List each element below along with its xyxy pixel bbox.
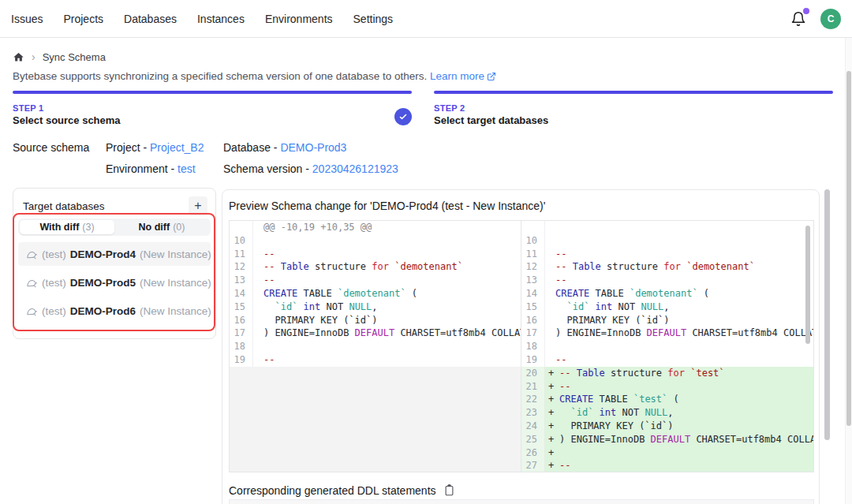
notification-dot [803, 8, 809, 14]
added-line-marker: + [548, 420, 559, 433]
added-line-marker: + [548, 367, 559, 380]
page-scrollbar-track [845, 0, 852, 504]
diff-line: 10 [230, 234, 521, 248]
target-db-item-demo-prod4[interactable]: (test) DEMO-Prod4 (New Instance) [18, 242, 211, 266]
db-name: DEMO-Prod6 [70, 305, 136, 317]
nav-item-issues[interactable]: Issues [11, 13, 43, 25]
db-env: (test) [42, 248, 66, 260]
nav-item-instances[interactable]: Instances [197, 13, 245, 25]
breadcrumb: › Sync Schema [13, 50, 106, 63]
diff-line: 18 [230, 340, 521, 353]
learn-more-link[interactable]: Learn more [430, 70, 484, 82]
diff-line: 19-- [230, 353, 521, 367]
step-1-progress-bar [13, 91, 412, 94]
step-1: STEP 1 Select source schema [13, 91, 412, 126]
diff-line: 18 [521, 340, 813, 353]
diff-line: 17) ENGINE=InnoDB DEFAULT CHARSET=utf8mb… [521, 327, 813, 340]
diff-line: 15 `id` int NOT NULL, [230, 301, 521, 314]
diff-line-added: 21+-- [521, 380, 813, 394]
source-spacer [13, 162, 106, 175]
target-panel-title: Target databases [23, 200, 105, 212]
content-scrollbar-thumb[interactable] [824, 189, 830, 440]
project-label: Project - [106, 141, 147, 154]
intro-text: Bytebase supports synchronizing a specif… [13, 70, 496, 84]
added-line-marker: + [548, 380, 559, 394]
breadcrumb-page-title: Sync Schema [43, 51, 106, 63]
database-label: Database - [223, 141, 277, 154]
schema-version-link[interactable]: 20230426121923 [312, 162, 398, 175]
mysql-icon [26, 248, 38, 260]
tab-no-diff[interactable]: No diff (0) [114, 220, 209, 234]
diff-line-added: 26+ [521, 446, 813, 460]
db-note: (New Instance) [140, 248, 211, 260]
source-schema-summary: Source schema Project - Project_B2 Datab… [13, 141, 398, 175]
nav-item-settings[interactable]: Settings [353, 13, 394, 25]
diff-line: 12-- Table structure for `demotenant` [230, 260, 521, 274]
diff-line: 15 `id` int NOT NULL, [521, 301, 813, 314]
added-line-marker: + [548, 406, 559, 420]
copy-clipboard-icon[interactable] [443, 483, 455, 497]
tab-with-diff-label: With diff [39, 222, 79, 233]
diff-line: 14CREATE TABLE `demotenant` ( [230, 287, 521, 301]
mysql-icon [26, 305, 38, 317]
schema-diff-editor[interactable]: @@ -10,19 +10,35 @@1011--12-- Table stru… [229, 220, 814, 472]
environment-link[interactable]: test [178, 162, 196, 175]
diff-line-added: 20+-- Table structure for `test` [521, 367, 813, 380]
nav-item-environments[interactable]: Environments [265, 13, 333, 25]
diff-line: 16 PRIMARY KEY (`id`) [521, 314, 813, 327]
ddl-code-block [229, 499, 814, 504]
diff-filter-tabs: With diff (3) No diff (0) [18, 218, 211, 236]
top-navigation: Issues Projects Databases Instances Envi… [0, 0, 852, 38]
target-db-item-demo-prod6[interactable]: (test) DEMO-Prod6 (New Instance) [18, 299, 211, 323]
diff-line: 16 PRIMARY KEY (`id`) [230, 314, 521, 327]
schema-version-label: Schema version - [223, 162, 309, 175]
diff-hunk-header: @@ -10,19 +10,35 @@ [230, 221, 521, 234]
diff-hunk-header [521, 221, 813, 234]
nav-item-databases[interactable]: Databases [124, 13, 177, 25]
stepper: STEP 1 Select source schema STEP 2 Selec… [13, 91, 833, 126]
source-schema-label: Source schema [13, 141, 106, 154]
step-2-progress-bar [434, 91, 833, 94]
db-note: (New Instance) [140, 305, 211, 317]
intro-description: Bytebase supports synchronizing a specif… [13, 70, 427, 82]
nav-item-projects[interactable]: Projects [63, 13, 103, 25]
step-2-label: STEP 2 [434, 103, 833, 113]
tab-with-diff-count: (3) [82, 222, 94, 233]
target-db-item-demo-prod5[interactable]: (test) DEMO-Prod5 (New Instance) [18, 271, 211, 294]
add-target-database-button[interactable]: + [189, 196, 207, 215]
notification-bell-icon[interactable] [790, 10, 808, 28]
step-1-check-icon [394, 108, 412, 125]
sync-schema-page: Issues Projects Databases Instances Envi… [0, 0, 852, 504]
db-name: DEMO-Prod4 [70, 248, 136, 260]
tab-no-diff-count: (0) [173, 222, 185, 233]
mysql-icon [26, 277, 38, 289]
project-link[interactable]: Project_B2 [150, 141, 204, 154]
db-env: (test) [42, 305, 66, 317]
avatar[interactable]: C [820, 9, 841, 29]
added-line-marker: + [548, 433, 559, 446]
tab-with-diff[interactable]: With diff (3) [20, 220, 114, 234]
diff-empty-filler [230, 367, 521, 472]
diff-line: 17) ENGINE=InnoDB DEFAULT CHARSET=utf8mb… [230, 327, 521, 340]
db-name: DEMO-Prod5 [70, 277, 136, 289]
database-link[interactable]: DEMO-Prod3 [280, 141, 346, 154]
db-env: (test) [42, 277, 66, 289]
added-line-marker: + [548, 446, 559, 460]
step-1-title: Select source schema [13, 114, 412, 126]
topnav-right: C [790, 9, 841, 29]
diff-line: 19-- [521, 353, 813, 367]
page-scrollbar-thumb[interactable] [846, 71, 851, 426]
diff-line-added: 25+) ENGINE=InnoDB DEFAULT CHARSET=utf8m… [521, 433, 813, 446]
diff-line: 13-- [230, 274, 521, 287]
diff-pane-modified: 1011--12-- Table structure for `demotena… [521, 221, 813, 472]
home-icon[interactable] [13, 51, 24, 63]
diff-line-added: 23+ `id` int NOT NULL, [521, 406, 813, 420]
diff-line: 11-- [230, 248, 521, 261]
source-project-field: Project - Project_B2 [106, 141, 223, 154]
editor-scrollbar-thumb[interactable] [805, 226, 810, 344]
external-link-icon[interactable] [487, 72, 496, 84]
source-database-field: Database - DEMO-Prod3 [223, 141, 398, 154]
source-environment-field: Environment - test [106, 162, 223, 175]
target-databases-panel: Target databases + With diff (3) No diff… [13, 188, 216, 339]
ddl-section-header: Corresponding generated DDL statements [229, 483, 455, 497]
